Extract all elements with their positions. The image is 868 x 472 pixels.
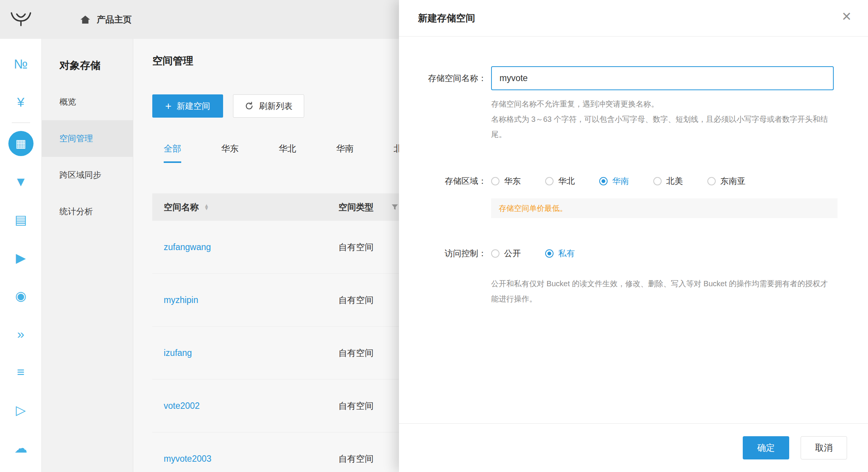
object-storage-sidebar: 对象存储 概览 空间管理 跨区域同步 统计分析 (42, 39, 133, 472)
nav-cloud-icon[interactable]: ☁ (0, 429, 42, 467)
screen: 产品主页 № ¥ ▦ ▼ ▤ ▶ ◉ » ≡ ▷ ☁ 对象存储 概览 空间管理 … (0, 0, 868, 472)
radio-icon (545, 177, 554, 185)
region-option-label: 东南亚 (720, 175, 745, 187)
space-type-cell: 自有空间 (338, 347, 373, 359)
region-radio-group: 华东 华北 华南 北美 (491, 175, 745, 187)
region-price-note: 存储空间单价最低。 (491, 198, 838, 218)
tools-glyph-icon: ≡ (17, 365, 25, 378)
radio-checked-icon (599, 177, 608, 185)
access-control-label: 访问控制： (399, 248, 491, 259)
radio-checked-icon (545, 249, 554, 258)
nav-tools-icon[interactable]: ≡ (0, 353, 42, 391)
nav-object-storage-icon[interactable]: ▦ (0, 124, 42, 163)
fusion-glyph-icon: ▼ (14, 175, 27, 188)
product-home-label: 产品主页 (97, 14, 132, 26)
tab-all[interactable]: 全部 (164, 143, 181, 163)
space-name-link[interactable]: vote2002 (152, 401, 338, 411)
nav-live-icon[interactable]: » (0, 315, 42, 353)
bucket-name-help: 存储空间名称不允许重复，遇到冲突请更换名称。 名称格式为 3～63 个字符，可以… (491, 96, 834, 142)
space-type-cell: 自有空间 (338, 241, 373, 253)
refresh-icon (245, 102, 254, 110)
space-name-link[interactable]: myvote2003 (152, 454, 338, 464)
column-space-name-label: 空间名称 (164, 201, 199, 213)
drawer-footer: 确定 取消 (399, 423, 868, 472)
confirm-button[interactable]: 确定 (743, 436, 789, 459)
drawer-title: 新建存储空间 (418, 12, 475, 24)
sidebar-title: 对象存储 (59, 59, 133, 72)
cloud-glyph-icon: ☁ (14, 442, 27, 454)
storage-glyph-icon: ▦ (8, 131, 34, 156)
rail-divider (12, 123, 30, 123)
icon-sidebar: № ¥ ▦ ▼ ▤ ▶ ◉ » ≡ ▷ ☁ (0, 39, 42, 472)
space-type-cell: 自有空间 (338, 453, 373, 465)
qiniu-logo-icon[interactable] (0, 11, 42, 27)
product-home-link[interactable]: 产品主页 (80, 14, 132, 26)
live-glyph-icon: » (17, 327, 24, 340)
create-bucket-drawer: 新建存储空间 × 存储空间名称： 存储空间名称不允许重复，遇到冲突请更换名称。 … (399, 0, 868, 472)
radio-icon (707, 177, 716, 185)
tab-huanan[interactable]: 华南 (336, 143, 354, 163)
region-option-huanan[interactable]: 华南 (599, 175, 629, 187)
media-glyph-icon: ▶ (16, 251, 26, 264)
nav-finance-icon[interactable]: ¥ (0, 83, 42, 121)
sidebar-item-statistics[interactable]: 统计分析 (42, 193, 133, 230)
nav-sync-icon[interactable]: ▤ (0, 201, 42, 239)
nav-cdn-icon[interactable]: № (0, 45, 42, 83)
region-option-beimei[interactable]: 北美 (653, 175, 683, 187)
sort-down-icon: ▼ (204, 207, 209, 210)
space-name-link[interactable]: izufang (152, 348, 338, 358)
access-option-label: 公开 (504, 248, 521, 259)
column-space-type-label: 空间类型 (338, 201, 373, 213)
column-space-type: 空间类型 (338, 201, 399, 213)
refresh-list-button[interactable]: 刷新列表 (233, 94, 304, 118)
bucket-name-label: 存储空间名称： (399, 66, 491, 90)
home-icon (80, 15, 91, 24)
storage-region-row: 存储区域： 华东 华北 华南 (399, 175, 868, 187)
space-type-cell: 自有空间 (338, 400, 373, 412)
close-icon[interactable]: × (842, 8, 851, 24)
drawer-body: 存储空间名称： 存储空间名称不允许重复，遇到冲突请更换名称。 名称格式为 3～6… (399, 37, 868, 423)
drawer-header: 新建存储空间 × (399, 0, 868, 37)
bucket-name-input[interactable] (491, 66, 834, 90)
sidebar-item-cross-region-sync[interactable]: 跨区域同步 (42, 157, 133, 193)
access-control-row: 访问控制： 公开 私有 (399, 248, 868, 259)
space-name-link[interactable]: myzhipin (152, 295, 338, 305)
sidebar-item-space-management[interactable]: 空间管理 (42, 120, 133, 157)
refresh-button-label: 刷新列表 (259, 100, 292, 112)
space-type-cell: 自有空间 (338, 294, 373, 306)
region-option-label: 华东 (504, 175, 521, 187)
access-option-label: 私有 (558, 248, 575, 259)
new-space-button-label: 新建空间 (177, 100, 210, 112)
column-space-name: 空间名称 ▲ ▼ (152, 201, 338, 213)
filter-icon[interactable] (391, 203, 399, 211)
region-option-dongnanya[interactable]: 东南亚 (707, 175, 745, 187)
region-option-huadong[interactable]: 华东 (491, 175, 521, 187)
region-option-label: 华北 (558, 175, 575, 187)
access-control-help: 公开和私有仅对 Bucket 的读文件生效，修改、删除、写入等对 Bucket … (491, 276, 834, 306)
access-radio-group: 公开 私有 (491, 248, 575, 259)
nav-fusion-icon[interactable]: ▼ (0, 163, 42, 201)
bucket-name-help-line2: 名称格式为 3～63 个字符，可以包含小写字母、数字、短划线，且必须以小写字母或… (491, 112, 834, 142)
access-option-private[interactable]: 私有 (545, 248, 575, 259)
sync-glyph-icon: ▤ (14, 213, 27, 226)
tab-huabei[interactable]: 华北 (279, 143, 296, 163)
region-option-label: 北美 (666, 175, 683, 187)
nav-media-icon[interactable]: ▶ (0, 239, 42, 277)
finance-glyph-icon: ¥ (17, 96, 24, 108)
space-name-link[interactable]: zufangwang (152, 242, 338, 252)
radio-icon (491, 249, 499, 258)
ai-glyph-icon: ◉ (15, 289, 27, 302)
access-option-public[interactable]: 公开 (491, 248, 521, 259)
nav-player-icon[interactable]: ▷ (0, 391, 42, 429)
region-option-huabei[interactable]: 华北 (545, 175, 575, 187)
bucket-name-help-line1: 存储空间名称不允许重复，遇到冲突请更换名称。 (491, 96, 834, 112)
tab-huadong[interactable]: 华东 (221, 143, 239, 163)
cancel-button[interactable]: 取消 (801, 436, 847, 459)
sidebar-item-overview[interactable]: 概览 (42, 84, 133, 120)
bull-logo-icon (10, 11, 32, 27)
storage-region-label: 存储区域： (399, 175, 491, 187)
radio-icon (491, 177, 499, 185)
nav-ai-icon[interactable]: ◉ (0, 277, 42, 315)
new-space-button[interactable]: + 新建空间 (152, 94, 223, 118)
sort-icon[interactable]: ▲ ▼ (204, 204, 209, 210)
